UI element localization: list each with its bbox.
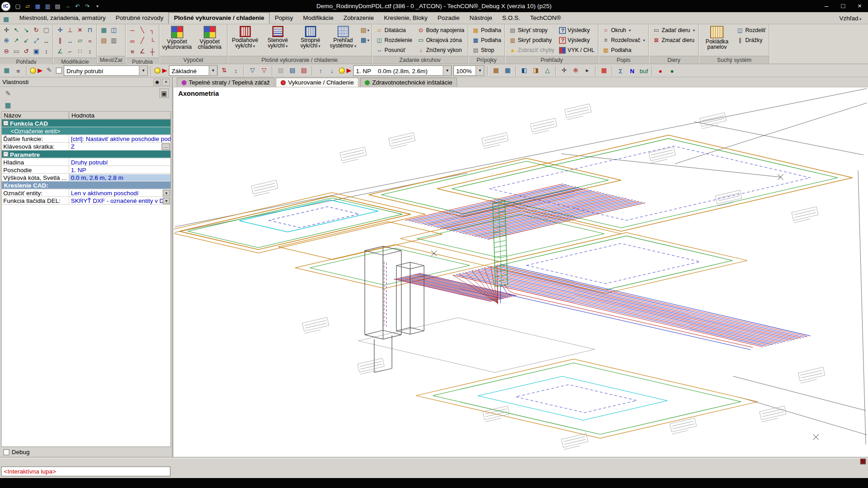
popis-okruh-button[interactable]: ○Okruh [600,25,646,35]
doc-tab-zdravotechnika[interactable]: Zdravotnotechnické inštalácie [360,77,457,87]
tab-sos[interactable]: S.O.S. [497,12,525,24]
style-visibility-bulb-icon[interactable] [155,67,160,73]
redo-icon[interactable]: ↷ [83,2,92,10]
vysledky2-button[interactable]: ?Výsledky [558,35,596,45]
customize-toolbar-icon[interactable]: ▼ [93,2,102,10]
ellipsis-button[interactable]: ... [162,143,170,150]
zobrazit-chyby-button[interactable]: ▲Zobraziť chyby [507,45,556,55]
tab-zobrazenie[interactable]: Zobrazenie [339,12,379,24]
tab-miestnosti[interactable]: Miestnosti, zariadenia, armatúry [14,12,111,24]
tab-potrubne-rozvody[interactable]: Potrubné rozvody [111,12,169,24]
north-button[interactable]: N [627,65,637,75]
pipe-double-icon[interactable]: ═ [127,36,137,46]
tab-pozadie[interactable]: Pozadie [433,12,465,24]
sort-arrows-icon[interactable]: ⇅ [219,65,229,75]
open-folder-icon[interactable]: ▱ [23,2,32,10]
pipe-angle-icon[interactable]: ∠ [137,47,147,56]
view-axon-icon[interactable]: ▣ [32,47,41,56]
floor-combo[interactable]: 1. NP 0.0m (2.8m, 2.6m) ▼ [353,65,452,75]
close-icon[interactable]: × [162,78,170,85]
pripojka-podlaha-button[interactable]: ▦Podlaha [470,25,503,35]
vysledky-button[interactable]: ?Výsledky [558,25,596,35]
popis-rozdelovac-button[interactable]: ≡Rozdeľovač [600,35,646,45]
axo-view-icon-1[interactable]: ◧ [519,65,529,75]
pripojka-strop-button[interactable]: ▤Strop [470,45,503,55]
red-grid-icon[interactable]: ▦ [599,65,609,75]
explode-icon[interactable]: ≈ [85,36,95,46]
cad-drawing[interactable] [174,87,868,457]
property-row[interactable]: Poschodie 1. NP [2,166,170,174]
stretch-icon[interactable]: ↔ [65,36,75,46]
layer-flag-icon[interactable] [38,68,42,73]
appearance-menu[interactable]: Vzhľad [833,13,868,23]
detail-view-icon[interactable]: ▣ [160,89,169,98]
zmazat-dieru-button[interactable]: ⊠Zmazať dieru [651,35,697,45]
device-table-icon[interactable]: ▤ [99,36,108,46]
tab-plosne-vykurovanie[interactable]: Plošné vykurovanie / chladenie [168,12,269,24]
crosshair-icon[interactable]: ✛ [559,65,569,75]
property-selected-row[interactable]: <Označenie entít> [2,127,170,135]
chevron-down-icon[interactable]: ▼ [209,66,217,75]
pipe-elbow-icon[interactable]: └ [148,36,157,46]
doc-edit-icon[interactable]: ▤ [288,65,297,75]
collapse-icon[interactable]: − [3,152,8,157]
grid-mode-icon[interactable]: ▦ [3,100,13,110]
view-front-icon[interactable]: ↘ [22,25,31,35]
maximize-button[interactable]: □ [835,0,852,12]
surface-options-icon[interactable]: ▤ [360,25,370,35]
style-flag-icon[interactable] [162,68,167,73]
doc-delete-icon[interactable]: ▤ [299,65,309,75]
layer-checkbox[interactable] [56,67,62,73]
buffer-button[interactable]: buf [639,65,649,75]
chevron-down-icon[interactable]: ▼ [443,66,451,75]
skryt-podlahy-button[interactable]: ▥Skryť podlahy [507,35,556,45]
drazky-button[interactable]: ∥Drážky [735,35,767,45]
stenove-vyk-chl-button[interactable]: Stenové vyk/chl [262,25,293,50]
debug-checkbox[interactable] [3,449,9,455]
popis-podlaha-button[interactable]: ▦Podlaha [600,45,646,55]
status-splitter[interactable] [0,457,868,465]
fillet-icon[interactable]: ⊓ [85,25,95,35]
zoom-combo[interactable]: 100% ▼ [453,65,485,75]
property-subgroup-row[interactable]: Kreslenie CAD: [2,182,170,189]
zoom-out-icon[interactable]: ⊖ [2,47,11,56]
floor-flag-icon[interactable] [347,68,352,73]
pipe-cross-icon[interactable]: ┼ [148,47,157,56]
tab-nastroje[interactable]: Nástroje [464,12,497,24]
property-row[interactable]: Označiť entity: Len v aktívnom poschodí▼ [2,189,170,197]
trim-icon[interactable]: ⌐ [65,47,75,56]
view-left-icon[interactable]: ↖ [12,25,21,35]
properties-grid-icon[interactable]: ▦ [2,65,12,75]
swap-icon[interactable]: ↕ [231,65,241,75]
status-corner-icon[interactable] [860,459,866,464]
surface-grid-icon[interactable]: ▦ [360,35,370,45]
print-icon[interactable]: ▤ [53,2,62,10]
undo-icon[interactable]: ↶ [73,2,82,10]
pin-icon[interactable]: ◉ [153,78,161,85]
mirror-icon[interactable]: ⊥ [65,25,75,35]
view-plan-icon[interactable]: ▢ [42,25,51,35]
filter-icon[interactable]: ▽ [247,65,257,75]
property-group-row[interactable]: − Parametre [2,150,170,158]
pripojka-podlaha2-button[interactable]: ▦Podlaha [470,35,503,45]
axo-view-icon-2[interactable]: ◨ [531,65,541,75]
view-fit-icon[interactable]: ↔ [42,36,51,46]
room-edit-icon[interactable]: ◫ [109,25,118,35]
doc-preview-icon[interactable]: ▤ [276,65,286,75]
save-as-icon[interactable]: ▥ [43,2,52,10]
posunut-button[interactable]: ↔Posunúť [374,45,414,55]
pipe-corner-icon[interactable]: ┐ [148,25,157,35]
property-row[interactable]: Hladina Druhy potrubí [2,158,170,166]
record-red-icon[interactable]: ● [656,65,665,75]
cursor-icon[interactable]: ▸ [582,65,592,75]
filter-warning-icon[interactable]: ▽ [259,65,269,75]
zoom-extents-icon[interactable]: ⤢ [32,36,41,46]
floor-visibility-bulb-icon[interactable] [339,67,344,73]
table-edit-icon[interactable]: ▦ [503,65,513,75]
view-right-icon[interactable]: ↗ [12,36,21,46]
export-icon[interactable]: → [63,2,72,10]
style-combo[interactable]: Základné ▼ [169,65,217,75]
layer-visibility-bulb-icon[interactable] [30,67,36,73]
record-green-icon[interactable]: ● [667,65,677,75]
podlahove-vyk-chl-button[interactable]: Podlahové vyk/chl [230,25,261,50]
